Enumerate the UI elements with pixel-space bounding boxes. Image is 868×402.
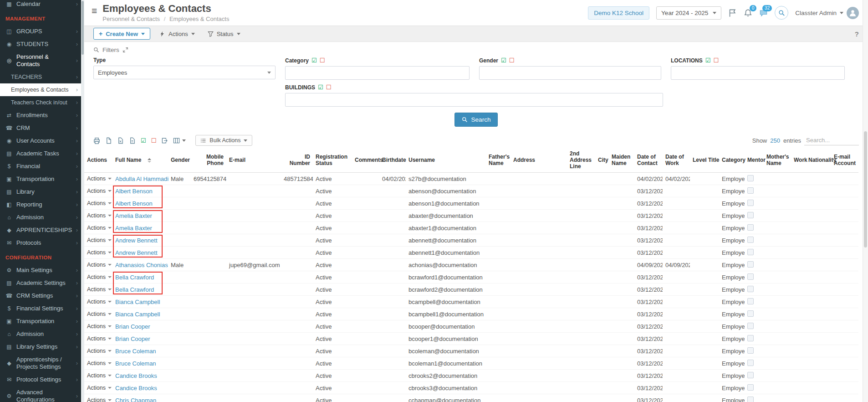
mentor-checkbox[interactable]: [747, 347, 754, 354]
col-header-mentor[interactable]: Mentor: [745, 149, 764, 173]
sidebar-item[interactable]: TEACHERS ›: [0, 71, 84, 83]
full-name-link[interactable]: Bella Crawford: [115, 274, 154, 281]
full-name-link[interactable]: Albert Benson: [115, 200, 153, 207]
sidebar-scrollbar[interactable]: [81, 0, 84, 402]
messages-chat-icon[interactable]: 32: [759, 9, 768, 17]
global-search-icon[interactable]: [775, 6, 788, 20]
col-header-maiden-name[interactable]: Maiden Name: [609, 149, 634, 173]
sidebar-item[interactable]: ◫ GROUPS ›: [0, 25, 84, 38]
sidebar-item[interactable]: ☎ CRM ›: [0, 122, 84, 134]
row-actions-dropdown[interactable]: Actions: [87, 372, 110, 379]
row-actions-dropdown[interactable]: Actions: [87, 299, 110, 305]
sidebar-item[interactable]: Teachers Check in/out ›: [0, 96, 84, 109]
pdf-export-icon[interactable]: [129, 137, 136, 144]
breadcrumb-parent[interactable]: Personnel & Contacts: [102, 15, 160, 22]
sidebar-item[interactable]: $ Financial ›: [0, 160, 84, 173]
year-selector[interactable]: Year 2024 - 2025: [656, 6, 721, 20]
row-actions-dropdown[interactable]: Actions: [87, 311, 110, 317]
row-actions-dropdown[interactable]: Actions: [87, 360, 110, 366]
sidebar-item[interactable]: Employees & Contacts ›: [0, 83, 84, 96]
mentor-checkbox[interactable]: [747, 310, 754, 317]
sidebar-item[interactable]: $ Financial Settings ›: [0, 302, 84, 315]
sidebar-item[interactable]: ◉ STUDENTS ›: [0, 38, 84, 51]
full-name-link[interactable]: Chris Chapman: [115, 397, 156, 402]
mentor-checkbox[interactable]: [747, 237, 754, 243]
row-actions-dropdown[interactable]: Actions: [87, 188, 110, 194]
full-name-link[interactable]: Andrew Bennett: [115, 237, 158, 244]
sidebar-item[interactable]: MANAGEMENT ›: [0, 10, 84, 25]
category-input[interactable]: [285, 66, 470, 80]
select-all-icon[interactable]: ☑: [318, 84, 323, 91]
row-actions-dropdown[interactable]: Actions: [87, 237, 110, 243]
table-search-input[interactable]: [804, 135, 859, 145]
sidebar-item[interactable]: ☎ CRM Settings ›: [0, 289, 84, 302]
row-actions-dropdown[interactable]: Actions: [87, 212, 110, 219]
entries-count-select[interactable]: 250: [770, 137, 780, 144]
col-header-fathers-name[interactable]: Father's Name: [486, 149, 511, 173]
full-name-link[interactable]: Candice Brooks: [115, 385, 157, 392]
sidebar-item[interactable]: ✉ Protocol Settings ›: [0, 373, 84, 386]
clear-all-icon[interactable]: ☐: [326, 84, 332, 91]
select-all-icon[interactable]: ☑: [311, 57, 317, 64]
print-icon[interactable]: [93, 137, 100, 144]
col-header-id-number[interactable]: ID Number: [281, 149, 313, 173]
mentor-checkbox[interactable]: [747, 175, 754, 181]
mentor-checkbox[interactable]: [747, 286, 754, 292]
mentor-checkbox[interactable]: [747, 249, 754, 255]
clear-selection-icon[interactable]: ☐: [151, 137, 157, 144]
sidebar-scrollbar-thumb[interactable]: [82, 1, 84, 55]
clear-all-icon[interactable]: ☐: [713, 57, 719, 64]
full-name-link[interactable]: Abdulla Al Hammadi: [115, 175, 168, 182]
row-actions-dropdown[interactable]: Actions: [87, 175, 110, 182]
row-actions-dropdown[interactable]: Actions: [87, 200, 110, 206]
sidebar-item[interactable]: ▦ Calendar ›: [0, 0, 84, 10]
full-name-link[interactable]: Amelia Baxter: [115, 225, 152, 232]
gender-input[interactable]: [479, 66, 661, 80]
locations-input[interactable]: [671, 66, 845, 80]
row-actions-dropdown[interactable]: Actions: [87, 274, 110, 280]
search-button[interactable]: Search: [454, 113, 498, 127]
user-menu[interactable]: Classter Admin: [795, 7, 859, 19]
full-name-link[interactable]: Bruce Coleman: [115, 348, 156, 355]
col-header-category[interactable]: Category: [719, 149, 745, 173]
select-all-icon[interactable]: ☑: [705, 57, 711, 64]
sidebar-item[interactable]: ◆ APPRENTICESHIPS ›: [0, 224, 84, 237]
actions-dropdown-button[interactable]: Actions: [156, 29, 199, 39]
col-header-mothers-name[interactable]: Mother's Name: [764, 149, 791, 173]
full-name-link[interactable]: Bella Crawford: [115, 286, 154, 293]
sidebar-item[interactable]: ◧ Reporting ›: [0, 198, 84, 211]
status-dropdown-button[interactable]: Status: [204, 29, 244, 39]
col-header-date-of-contact[interactable]: Date of Contact: [634, 149, 663, 173]
col-header-full-name[interactable]: Full Name: [112, 149, 168, 173]
mentor-checkbox[interactable]: [747, 298, 754, 304]
row-actions-dropdown[interactable]: Actions: [87, 286, 110, 293]
sidebar-item[interactable]: ⌂ Admission ›: [0, 211, 84, 224]
sidebar-toggle-icon[interactable]: ≡: [92, 6, 97, 15]
row-actions-dropdown[interactable]: Actions: [87, 385, 110, 391]
full-name-link[interactable]: Albert Benson: [115, 188, 153, 195]
sidebar-item[interactable]: ◆ Apprenticeships / Projects Settings ›: [0, 353, 84, 373]
mentor-checkbox[interactable]: [747, 224, 754, 231]
sidebar-item[interactable]: ▤ Academic Settings ›: [0, 277, 84, 289]
full-name-link[interactable]: Brian Cooper: [115, 323, 150, 330]
col-header-address[interactable]: Address: [511, 149, 567, 173]
row-actions-dropdown[interactable]: Actions: [87, 335, 110, 342]
sidebar-item[interactable]: ⇄ Enrollments ›: [0, 109, 84, 122]
mentor-checkbox[interactable]: [747, 261, 754, 268]
sidebar-item[interactable]: ▣ Transportation ›: [0, 173, 84, 186]
excel-export-icon[interactable]: [117, 137, 124, 144]
sidebar-item[interactable]: CONFIGURATION ›: [0, 249, 84, 264]
page-scrollbar[interactable]: [863, 0, 868, 402]
type-select[interactable]: Employees: [93, 66, 276, 79]
col-header-username[interactable]: Username: [406, 149, 486, 173]
mentor-checkbox[interactable]: [747, 187, 754, 194]
export-icon[interactable]: [161, 137, 168, 144]
mentor-checkbox[interactable]: [747, 360, 754, 366]
row-actions-dropdown[interactable]: Actions: [87, 225, 110, 231]
mentor-checkbox[interactable]: [747, 273, 754, 280]
clear-all-icon[interactable]: ☐: [320, 57, 325, 64]
row-actions-dropdown[interactable]: Actions: [87, 323, 110, 330]
row-actions-dropdown[interactable]: Actions: [87, 262, 110, 268]
col-header-level[interactable]: Level: [690, 149, 705, 173]
full-name-link[interactable]: Bianca Campbell: [115, 311, 160, 318]
